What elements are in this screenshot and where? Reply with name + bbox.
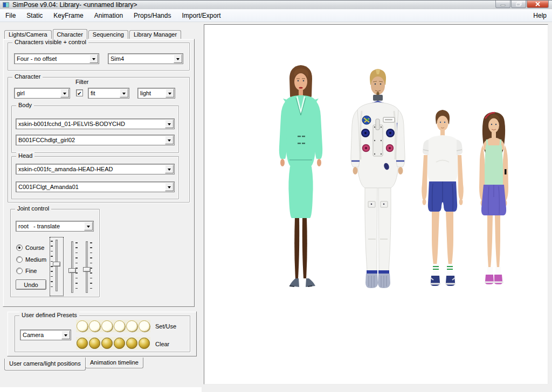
preset-target-value: Camera: [20, 332, 61, 338]
joint-slider-2[interactable]: [66, 239, 78, 294]
tab-user-camera-light-positions[interactable]: User camera/light positions: [4, 359, 86, 370]
character-select[interactable]: girl: [14, 88, 70, 99]
joint-select[interactable]: root - translate: [16, 221, 94, 232]
menu-file[interactable]: File: [0, 10, 21, 22]
preset-disc-icon: [139, 320, 150, 332]
sim-character-woman[interactable]: [279, 65, 322, 287]
preset-set-button[interactable]: [76, 320, 88, 332]
tab-sequencing[interactable]: Sequencing: [88, 30, 128, 39]
joint-value: root - translate: [16, 223, 84, 229]
chevron-down-icon[interactable]: [120, 89, 128, 97]
menu-animation[interactable]: Animation: [89, 10, 128, 22]
chevron-down-icon[interactable]: [174, 54, 182, 63]
preset-target-select[interactable]: Camera: [20, 330, 71, 340]
preset-sphere-icon: [114, 338, 125, 349]
radio-course[interactable]: Course: [16, 244, 44, 251]
character-value: girl: [15, 90, 60, 96]
preset-sphere-icon: [77, 338, 88, 349]
fit-filter-value: fit: [88, 90, 120, 96]
menu-import-export[interactable]: Import/Export: [176, 10, 226, 22]
fit-filter-select[interactable]: fit: [88, 88, 129, 99]
preset-set-button[interactable]: [138, 320, 150, 332]
menu-keyframe[interactable]: KeyFrame: [48, 10, 88, 22]
preset-set-button[interactable]: [101, 320, 113, 332]
filter-label: Filter: [75, 79, 88, 85]
preset-sphere-icon: [139, 338, 150, 349]
chevron-down-icon[interactable]: [165, 183, 174, 191]
chevron-down-icon[interactable]: [165, 165, 174, 173]
window-title: SimPose v9.04: Library- <unnamed library…: [12, 1, 137, 9]
bottom-strip: [0, 387, 202, 392]
preset-set-button[interactable]: [126, 320, 138, 332]
body-mesh-value: xskin-b001fcchd_01-PELVIS-BODYCHD: [16, 121, 165, 127]
radio-course-label: Course: [25, 244, 44, 251]
head-mesh-select[interactable]: xskin-c001fc_amanda-HEAD-HEAD: [16, 164, 175, 174]
menu-help[interactable]: Help: [528, 10, 552, 22]
preset-clear-button[interactable]: [126, 337, 138, 349]
preset-disc-icon: [89, 320, 100, 332]
visible-count-select[interactable]: Four - no offset: [14, 53, 99, 64]
restore-button[interactable]: [511, 1, 526, 8]
close-icon: [535, 2, 540, 6]
preset-set-button[interactable]: [88, 320, 101, 332]
sim-character-boy[interactable]: [422, 110, 464, 286]
radio-fine-circle[interactable]: [16, 268, 23, 274]
radio-course-circle[interactable]: [16, 244, 23, 251]
preset-sphere-icon: [101, 338, 113, 349]
close-button[interactable]: [527, 1, 549, 8]
tab-animation-timeline[interactable]: Animation timeline: [85, 358, 143, 368]
active-sim-value: Sim4: [108, 55, 174, 62]
tab-library-manager[interactable]: Library Manager: [129, 30, 181, 39]
chevron-down-icon[interactable]: [60, 89, 69, 97]
slider-track[interactable]: [71, 241, 73, 293]
preset-set-button[interactable]: [113, 320, 126, 332]
viewport-canvas[interactable]: [204, 24, 548, 384]
slider-thumb[interactable]: [83, 267, 91, 272]
minimize-icon: [500, 2, 506, 6]
sim-character-girl[interactable]: [479, 112, 508, 284]
slider-thumb[interactable]: [68, 268, 76, 273]
preset-clear-button[interactable]: [101, 337, 113, 349]
active-sim-select[interactable]: Sim4: [108, 53, 183, 64]
joint-slider-3[interactable]: [81, 239, 93, 294]
minimize-button[interactable]: [495, 1, 510, 8]
light-filter-select[interactable]: light: [137, 88, 175, 99]
chevron-down-icon[interactable]: [165, 136, 174, 144]
app-window: SimPose v9.04: Library- <unnamed library…: [0, 0, 552, 392]
preset-disc-icon: [126, 320, 137, 332]
undo-button[interactable]: Undo: [16, 279, 46, 290]
chevron-down-icon[interactable]: [61, 331, 70, 339]
radio-medium-circle[interactable]: [16, 256, 23, 263]
app-icon[interactable]: [3, 2, 9, 8]
tab-lights-camera[interactable]: Lights/Camera: [4, 30, 52, 39]
body-skin-select[interactable]: B001FCChdlgt_girl02: [16, 135, 175, 145]
group-characters-visible-label: Characters visible + control: [12, 39, 88, 45]
chevron-down-icon[interactable]: [89, 54, 98, 63]
preset-disc-icon: [77, 320, 88, 332]
chevron-down-icon[interactable]: [165, 89, 174, 97]
joint-slider-1[interactable]: [50, 237, 63, 296]
head-skin-select[interactable]: C001FClgt_Amanda01: [16, 181, 175, 192]
preset-clear-button[interactable]: [113, 337, 126, 349]
slider-thumb[interactable]: [53, 262, 60, 267]
body-mesh-select[interactable]: xskin-b001fcchd_01-PELVIS-BODYCHD: [16, 118, 175, 129]
visible-count-value: Four - no offset: [15, 55, 89, 62]
chevron-down-icon[interactable]: [165, 120, 174, 128]
preset-clear-button[interactable]: [76, 337, 88, 349]
group-head-label: Head: [16, 152, 34, 159]
radio-fine[interactable]: Fine: [16, 268, 37, 274]
left-panel-tabs: Lights/Camera Character Sequencing Libra…: [4, 29, 182, 39]
filter-checkbox[interactable]: [76, 89, 83, 96]
group-head: Head: [11, 156, 179, 199]
sim-character-astronaut[interactable]: [351, 69, 405, 288]
menu-static[interactable]: Static: [21, 10, 48, 22]
group-body-label: Body: [16, 102, 34, 108]
body-skin-value: B001FCChdlgt_girl02: [16, 137, 165, 143]
menu-props-hands[interactable]: Props/Hands: [128, 10, 176, 22]
preset-clear-button[interactable]: [138, 337, 150, 349]
chevron-down-icon[interactable]: [84, 222, 93, 230]
tab-character[interactable]: Character: [53, 29, 87, 39]
preset-clear-button[interactable]: [88, 337, 101, 349]
radio-fine-label: Fine: [25, 268, 37, 274]
radio-medium[interactable]: Medium: [16, 256, 46, 263]
